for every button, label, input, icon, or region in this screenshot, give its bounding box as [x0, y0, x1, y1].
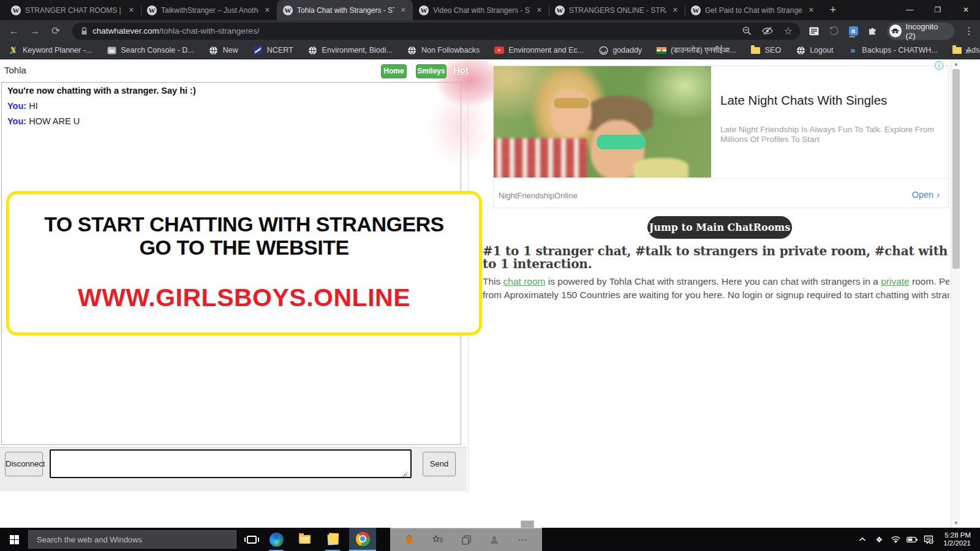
ad-info-icon[interactable]: ⓘ	[935, 61, 943, 72]
chat-room-link[interactable]: chat room	[503, 276, 546, 287]
action-center-icon[interactable]	[923, 533, 934, 545]
battery-icon[interactable]	[907, 533, 918, 545]
tab-close-icon[interactable]: ✕	[127, 6, 136, 15]
window-close-button[interactable]: ✕	[952, 0, 980, 20]
scrollbar-thumb[interactable]	[952, 69, 960, 269]
forward-icon[interactable]: →	[26, 23, 44, 40]
bookmark-item[interactable]: Environment and Ec...	[494, 45, 584, 55]
bookmark-star-icon[interactable]: ☆	[783, 26, 794, 37]
bookmark-item[interactable]: New	[209, 45, 238, 55]
task-view-button[interactable]	[241, 528, 262, 551]
message-text: HOW ARE U	[29, 116, 80, 126]
incognito-label: Incognito (2)	[906, 22, 947, 40]
send-button[interactable]: Send	[423, 452, 456, 476]
bookmark-label: godaddy	[612, 46, 642, 54]
browser-tab-active[interactable]: W Tohla Chat with Strangers - STR ✕	[277, 0, 413, 20]
private-link[interactable]: private	[881, 276, 910, 287]
bookmark-item[interactable]: Environment, Biodi...	[308, 45, 393, 55]
browser-tab[interactable]: W STRANGER CHAT ROOMS | PRO ✕	[5, 0, 141, 20]
wifi-icon[interactable]	[890, 533, 901, 545]
bookmark-item[interactable]: (डाउनलोड) एनसीईआ...	[657, 45, 736, 55]
tray-chevron-icon[interactable]	[857, 533, 868, 545]
page-scrollbar[interactable]: ▲ ▼	[951, 59, 960, 528]
promo-line2: GO TO THE WEBSITE	[9, 236, 479, 259]
hot-link[interactable]: Hot	[453, 65, 469, 75]
tab-close-icon[interactable]: ✕	[535, 6, 544, 15]
browser-tab[interactable]: W Get Paid to Chat with Strangers ✕	[685, 0, 821, 20]
history-icon[interactable]	[828, 26, 839, 37]
bag-icon[interactable]	[404, 534, 414, 545]
clock-time: 5:28 PM	[943, 531, 971, 539]
lock-icon[interactable]	[81, 27, 88, 36]
taskbar-clock[interactable]: 5:28 PM 1/2/2021	[943, 531, 971, 547]
bookmark-item[interactable]: Keyword Planner -...	[9, 45, 92, 55]
copy-pages-icon[interactable]	[462, 535, 471, 545]
bookmark-item[interactable]: » Backups - CHATWH...	[848, 45, 937, 55]
url-text: chatwhatever.com/tohla-chat-with-strange…	[92, 26, 259, 36]
wordpress-favicon: W	[419, 6, 429, 15]
browser-tab[interactable]: W Video Chat with Strangers - ST ✕	[413, 0, 549, 20]
text-extension-icon[interactable]: a	[848, 26, 859, 37]
new-tab-button[interactable]: +	[824, 2, 842, 19]
godaddy-icon	[598, 45, 608, 55]
reload-icon[interactable]: ⟳	[47, 23, 65, 40]
chrome-taskbar-button[interactable]	[349, 528, 376, 551]
promo-overlay: TO START CHATTING WITH STRANGERS GO TO T…	[6, 191, 482, 335]
india-flag-icon	[657, 45, 666, 55]
tab-close-icon[interactable]: ✕	[807, 6, 816, 15]
bookmark-item[interactable]: Logout	[796, 45, 833, 55]
textarea-resize-grip[interactable]	[402, 472, 407, 478]
bookmark-item[interactable]: NCERT	[253, 45, 293, 55]
tab-close-icon[interactable]: ✕	[671, 6, 680, 15]
bookmark-item[interactable]: SEO	[751, 45, 781, 55]
extensions-puzzle-icon[interactable]	[867, 26, 878, 37]
mini-panel-notch	[521, 520, 534, 528]
photo-shape	[597, 135, 646, 149]
bookmark-label: Environment and Ec...	[508, 46, 584, 54]
minimize-button[interactable]: —	[895, 0, 924, 20]
maximize-button[interactable]: ❐	[924, 0, 952, 20]
address-bar[interactable]: chatwhatever.com/tohla-chat-with-strange…	[72, 23, 800, 40]
mini-toolbar-panel: ⋯	[390, 528, 542, 551]
taskbar-search-placeholder: Search the web and Windows	[37, 535, 142, 544]
bookmark-label: Search Console - D...	[121, 46, 194, 54]
scroll-down-icon[interactable]: ▼	[951, 519, 961, 528]
incognito-spy-icon	[889, 24, 902, 37]
more-options-icon[interactable]: ⋯	[518, 534, 528, 545]
bookmark-item[interactable]: Non Followbacks	[407, 45, 480, 55]
reading-list-icon[interactable]	[809, 26, 820, 37]
home-button[interactable]: Home	[381, 64, 407, 78]
edge-taskbar-button[interactable]	[266, 528, 287, 551]
back-icon[interactable]: ←	[5, 23, 23, 40]
tab-close-icon[interactable]: ✕	[399, 6, 408, 15]
message-input[interactable]	[50, 449, 412, 478]
tab-close-icon[interactable]: ✕	[263, 6, 272, 15]
start-button[interactable]	[0, 528, 28, 551]
bookmark-label: NCERT	[267, 46, 293, 54]
bookmarks-overflow-icon[interactable]: »	[965, 45, 970, 56]
browser-menu-icon[interactable]: ⋮	[964, 25, 974, 37]
bookmark-item[interactable]: godaddy	[598, 45, 642, 55]
rate-star-icon[interactable]	[432, 535, 443, 544]
file-explorer-taskbar-button[interactable]	[294, 528, 315, 551]
dropbox-icon[interactable]: ❖	[873, 533, 884, 545]
incognito-badge[interactable]: Incognito (2)	[887, 23, 954, 40]
scroll-up-icon[interactable]: ▲	[951, 59, 961, 69]
ad-card[interactable]: Late Night Chats With Singles Late Night…	[493, 66, 949, 208]
ad-source: NightFriendshipOnline	[499, 191, 578, 200]
browser-tab[interactable]: W TalkwithStranger – Just Anothe ✕	[141, 0, 277, 20]
ad-open-link[interactable]: Open ›	[912, 190, 940, 200]
disconnect-button[interactable]: Disconnect	[5, 452, 43, 476]
jump-to-chatrooms-button[interactable]: Jump to Main ChatRooms Page	[647, 216, 792, 239]
eye-off-icon[interactable]	[762, 26, 773, 37]
sticky-notes-taskbar-button[interactable]	[322, 528, 343, 551]
zoom-out-icon[interactable]	[741, 26, 752, 37]
bookmark-label: Backups - CHATWH...	[862, 46, 937, 54]
bookmark-item[interactable]: Search Console - D...	[107, 45, 194, 55]
taskbar-search[interactable]: Search the web and Windows	[28, 530, 236, 549]
browser-tab[interactable]: W STRANGERS ONLINE - STRANG ✕	[549, 0, 685, 20]
smileys-button[interactable]: Smileys	[416, 64, 447, 78]
system-tray: ❖ 5:28 PM 1/2/2021	[857, 528, 971, 551]
person-icon[interactable]	[489, 535, 499, 545]
screen: W STRANGER CHAT ROOMS | PRO ✕ W Talkwith…	[0, 0, 980, 551]
